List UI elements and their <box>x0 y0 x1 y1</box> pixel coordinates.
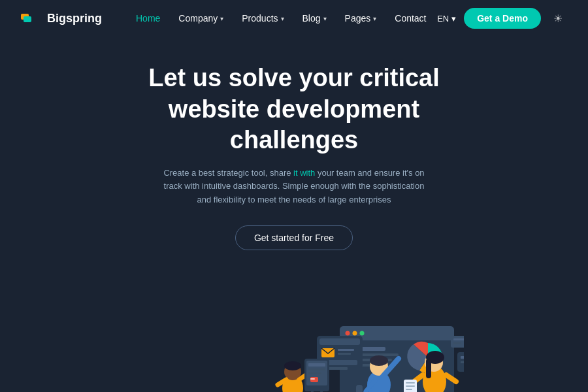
theme-toggle-button[interactable]: ☀ <box>549 9 567 27</box>
demo-button[interactable]: Get a Demo <box>464 8 541 29</box>
cta-button[interactable]: Get started for Free <box>235 225 353 250</box>
svg-rect-75 <box>308 368 325 370</box>
hero-subtitle: Create a best strategic tool, share it w… <box>157 167 431 207</box>
logo-icon <box>21 11 42 25</box>
hero-subtitle-highlight: it with <box>293 168 315 178</box>
chevron-down-icon: ▾ <box>451 14 456 24</box>
nav-item-blog[interactable]: Blog ▾ <box>295 9 335 27</box>
svg-rect-52 <box>356 385 363 392</box>
navbar: Bigspring Home Company ▾ Products ▾ Blog… <box>0 0 588 37</box>
svg-point-47 <box>370 355 388 366</box>
nav-right: EN ▾ Get a Demo ☀ <box>437 8 567 29</box>
nav-item-pages[interactable]: Pages ▾ <box>337 9 385 27</box>
chevron-down-icon: ▾ <box>373 15 376 22</box>
illustration-svg <box>124 274 464 392</box>
svg-rect-74 <box>308 363 325 367</box>
nav-item-products[interactable]: Products ▾ <box>234 9 291 27</box>
svg-rect-1 <box>24 16 31 22</box>
chevron-down-icon: ▾ <box>220 15 223 22</box>
logo[interactable]: Bigspring <box>21 11 102 25</box>
svg-rect-41 <box>461 361 464 363</box>
svg-rect-61 <box>406 389 412 390</box>
svg-rect-40 <box>461 356 464 359</box>
hero-title: Let us solve your critical website devel… <box>105 63 483 156</box>
svg-point-24 <box>346 331 350 335</box>
nav-links: Home Company ▾ Products ▾ Blog ▾ Pages ▾… <box>128 9 437 27</box>
nav-item-home[interactable]: Home <box>128 9 168 27</box>
chevron-down-icon: ▾ <box>281 15 284 22</box>
svg-point-25 <box>353 331 357 335</box>
svg-rect-42 <box>451 336 464 348</box>
svg-rect-36 <box>338 353 351 355</box>
svg-rect-78 <box>310 378 315 380</box>
svg-point-26 <box>360 331 365 335</box>
svg-rect-43 <box>453 338 464 340</box>
chevron-down-icon: ▾ <box>323 15 327 22</box>
language-selector[interactable]: EN ▾ <box>437 14 456 24</box>
hero-section: Let us solve your critical website devel… <box>0 37 588 392</box>
svg-rect-33 <box>319 338 360 345</box>
svg-rect-60 <box>406 385 415 387</box>
svg-point-69 <box>284 361 301 370</box>
svg-rect-44 <box>453 342 461 344</box>
svg-rect-56 <box>426 359 431 378</box>
svg-rect-35 <box>338 349 354 351</box>
nav-item-contact[interactable]: Contact <box>387 9 434 27</box>
svg-rect-76 <box>308 372 321 374</box>
logo-text: Bigspring <box>47 12 102 25</box>
nav-item-company[interactable]: Company ▾ <box>171 9 231 27</box>
hero-illustration <box>124 274 464 392</box>
svg-rect-59 <box>406 382 415 384</box>
